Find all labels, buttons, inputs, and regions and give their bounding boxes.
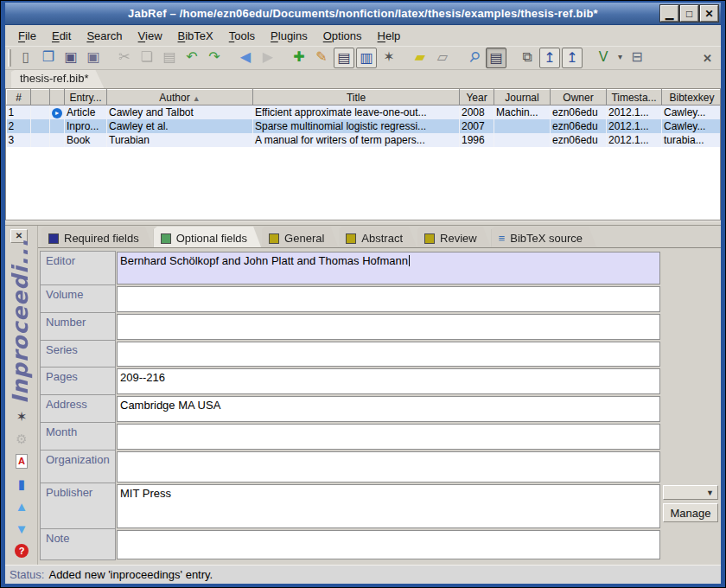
entry-table: #Entry...Author▲TitleYearJournalOwnerTim…: [6, 89, 721, 147]
maximize-button[interactable]: □: [680, 5, 698, 22]
field-input-pages[interactable]: 209--216: [117, 368, 660, 394]
editor-tab-required-fields[interactable]: Required fields: [41, 227, 153, 247]
cell-num: 3: [7, 133, 31, 147]
close-button[interactable]: ✕: [700, 5, 718, 22]
next-entry-icon[interactable]: ▼: [16, 521, 29, 536]
editor-tab-optional-fields[interactable]: Optional fields: [154, 227, 261, 247]
field-row-publisher: PublisherMIT Press▼Manage: [40, 483, 719, 529]
copy-icon: ❏: [137, 48, 157, 68]
menu-help[interactable]: Help: [370, 27, 409, 45]
field-input-volume[interactable]: [117, 286, 660, 312]
table-row[interactable]: 3BookTurabianA manual for writers of ter…: [7, 133, 722, 147]
toolbar-close-icon[interactable]: ✕: [703, 52, 712, 65]
column-header-timesta[interactable]: Timesta...: [607, 90, 662, 105]
entry-link-icon[interactable]: ▸: [52, 108, 62, 118]
generate-bibtex-key-wand-icon[interactable]: ✶: [16, 409, 28, 424]
toggle-search-panel-icon[interactable]: ▤: [486, 48, 506, 68]
new-entry-icon[interactable]: ✚: [289, 48, 309, 68]
push-to-lyx-icon[interactable]: ⊟: [627, 48, 647, 68]
toolbar: ▯❐▣▣✂❏▤↶↷◀▶✚✎▤▥✶▰▱⚲▤⧉↥↥V▾⊟✕: [5, 46, 721, 70]
forward-icon: ▶: [258, 48, 278, 68]
field-input-editor[interactable]: Bernhard Schölkopf and John Platt and Th…: [117, 252, 660, 284]
column-header-col1[interactable]: [31, 90, 50, 105]
table-row[interactable]: 1▸ArticleCawley and TalbotEfficient appr…: [7, 105, 722, 119]
column-header-year[interactable]: Year: [460, 90, 494, 105]
new-database-icon[interactable]: ▯: [16, 48, 36, 68]
column-header-title[interactable]: Title: [253, 90, 460, 105]
duplicate-entry-icon[interactable]: ⧉: [517, 48, 538, 68]
toggle-groups-icon[interactable]: ▥: [356, 48, 377, 68]
field-right-area: [660, 395, 719, 423]
export-entries-icon[interactable]: ↥: [562, 48, 583, 68]
status-message: Added new 'inproceedings' entry.: [48, 568, 213, 581]
undo-icon[interactable]: ↶: [182, 48, 202, 68]
open-database-icon[interactable]: ❐: [38, 48, 59, 68]
editor-tab-bibtex-source[interactable]: ≡BibTeX source: [492, 227, 596, 247]
previous-entry-icon[interactable]: ▲: [16, 499, 29, 514]
field-input-note[interactable]: [117, 530, 660, 559]
menu-bibtex[interactable]: BibTeX: [170, 27, 221, 45]
field-label-organization: Organization: [40, 451, 116, 483]
cell-author: Cawley and Talbot: [107, 105, 253, 119]
search-icon[interactable]: ⚲: [459, 43, 488, 73]
redo-icon[interactable]: ↷: [204, 48, 225, 68]
push-to-application-icon[interactable]: V: [593, 48, 614, 68]
field-input-number[interactable]: [117, 314, 660, 340]
unmark-entries-icon[interactable]: ▱: [432, 48, 453, 68]
open-file-icon[interactable]: ▮: [18, 476, 25, 491]
field-right-area: [660, 313, 719, 341]
menu-edit[interactable]: Edit: [44, 27, 79, 45]
field-row-series: Series: [40, 341, 719, 368]
menu-tools[interactable]: Tools: [221, 27, 263, 45]
editor-tab-abstract[interactable]: Abstract: [339, 227, 417, 247]
field-input-address[interactable]: Cambridge MA USA: [117, 396, 660, 422]
push-to-dropdown-icon[interactable]: ▾: [615, 48, 625, 68]
field-input-month[interactable]: [117, 424, 660, 450]
field-label-volume: Volume: [40, 285, 116, 313]
toolbar-separator: [507, 48, 516, 68]
cell-file: [50, 133, 65, 147]
column-header-[interactable]: #: [7, 90, 31, 105]
editor-tab-review[interactable]: Review: [417, 227, 491, 247]
toolbar-drag-handle[interactable]: [8, 49, 11, 67]
table-row[interactable]: 2Inpro...Cawley et al.Sparse multinomial…: [7, 119, 722, 133]
field-input-series[interactable]: [117, 342, 660, 367]
cell-file: ▸: [50, 105, 65, 119]
save-all-databases-icon[interactable]: ▣: [83, 48, 104, 68]
import-entries-icon[interactable]: ↥: [539, 48, 560, 68]
cleanup-entries-wand-icon[interactable]: ✶: [379, 48, 399, 68]
cell-journal: Machin...: [494, 105, 551, 119]
title-bar[interactable]: JabRef – /home/ezn06edu/Documents/nonfic…: [5, 3, 721, 25]
database-tab[interactable]: thesis-ref.bib*: [11, 70, 104, 88]
toggle-entry-preview-icon[interactable]: ▤: [334, 48, 354, 68]
menu-file[interactable]: File: [10, 27, 44, 45]
editor-tab-general[interactable]: General: [262, 227, 338, 247]
menu-options[interactable]: Options: [315, 27, 370, 45]
minimize-button[interactable]: ▁: [660, 5, 678, 22]
column-header-author[interactable]: Author▲: [107, 90, 253, 105]
column-header-journal[interactable]: Journal: [494, 90, 551, 105]
field-right-area: [660, 529, 719, 560]
editor-tab-label: BibTeX source: [510, 232, 583, 245]
manage-button[interactable]: Manage: [663, 503, 718, 522]
menu-search[interactable]: Search: [79, 27, 130, 45]
menu-view[interactable]: View: [131, 27, 170, 45]
edit-entry-icon[interactable]: ✎: [311, 48, 332, 68]
menu-plugins[interactable]: Plugins: [263, 27, 315, 45]
field-input-publisher[interactable]: MIT Press: [117, 484, 660, 528]
field-input-organization[interactable]: [117, 451, 660, 483]
help-icon[interactable]: ?: [15, 544, 29, 558]
editor-tab-label: Review: [440, 232, 477, 245]
window-buttons: ▁□✕: [660, 5, 718, 22]
publisher-selector-dropdown[interactable]: ▼: [663, 485, 718, 500]
cell-title: A manual for writers of term papers...: [253, 133, 460, 147]
column-header-bibtexkey[interactable]: Bibtexkey: [662, 90, 722, 105]
open-pdf-icon[interactable]: A: [16, 454, 28, 469]
mark-entries-icon[interactable]: ▰: [410, 48, 430, 68]
back-icon[interactable]: ◀: [235, 48, 256, 68]
field-label-note: Note: [40, 529, 116, 560]
column-header-entry[interactable]: Entry...: [65, 90, 107, 105]
column-header-file[interactable]: [50, 90, 65, 105]
save-database-icon[interactable]: ▣: [60, 48, 81, 68]
column-header-owner[interactable]: Owner: [551, 90, 607, 105]
